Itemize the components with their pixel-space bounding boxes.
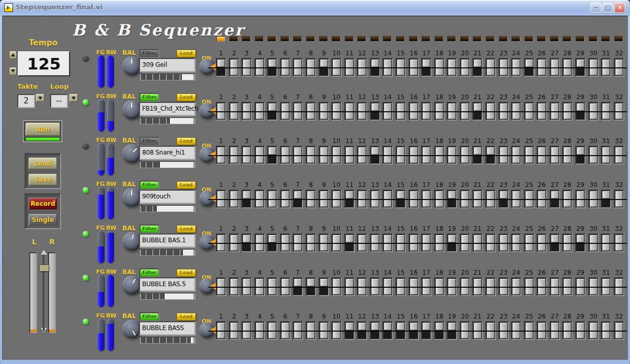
run-button[interactable]: Run	[26, 123, 60, 136]
pitch-slider[interactable]	[139, 293, 195, 300]
bal-knob[interactable]	[122, 276, 141, 295]
load-button[interactable]: Load	[29, 158, 57, 169]
sample-name-box[interactable]: 808 Snare_hi1	[139, 146, 195, 160]
sample-name-box[interactable]: 309 Geil	[139, 58, 195, 72]
tempo-label: Tempo	[29, 38, 57, 48]
on-knob[interactable]	[199, 234, 215, 250]
sample-load-button[interactable]: Load	[177, 225, 196, 233]
fg-slider[interactable]	[98, 231, 104, 263]
step-switch-handle	[577, 235, 584, 242]
pitch-slider[interactable]	[139, 161, 195, 168]
on-knob[interactable]	[199, 147, 215, 162]
filter-button[interactable]: Filter	[139, 225, 159, 233]
step-number: 9	[318, 93, 330, 101]
close-button[interactable]: ✕	[614, 3, 625, 13]
save-button[interactable]: Save	[29, 174, 57, 185]
on-knob[interactable]	[199, 59, 215, 75]
bw-slider[interactable]	[107, 143, 114, 175]
fg-slider[interactable]	[98, 55, 104, 88]
loop-select[interactable]: --	[50, 94, 68, 108]
filter-button[interactable]: Filter	[139, 312, 159, 321]
sample-name-box[interactable]: BUBBLE BAS.5	[139, 277, 195, 291]
filter-button[interactable]: Filter	[139, 137, 159, 146]
step-switch-handle	[577, 60, 584, 67]
record-button[interactable]: Record	[29, 198, 57, 209]
pitch-slider[interactable]	[139, 118, 195, 124]
bal-knob[interactable]	[122, 100, 141, 119]
step-number: 7	[291, 225, 304, 232]
step-number: 22	[484, 225, 497, 232]
step-number: 10	[330, 313, 343, 320]
step-number: 12	[356, 137, 368, 145]
tempo-display[interactable]: 125	[18, 51, 70, 76]
pitch-slider[interactable]	[139, 205, 195, 212]
filter-button[interactable]: Filter	[139, 49, 159, 58]
sample-name-box[interactable]: 909touch	[139, 190, 195, 204]
bal-knob[interactable]	[122, 232, 141, 251]
pitch-slider[interactable]	[139, 249, 195, 256]
bw-slider[interactable]	[107, 319, 114, 351]
sample-load-button[interactable]: Load	[177, 181, 196, 189]
fg-slider[interactable]	[98, 187, 104, 219]
bw-slider[interactable]	[107, 275, 114, 307]
bw-slider[interactable]	[107, 187, 114, 219]
filter-button[interactable]: Filter	[139, 268, 159, 277]
sample-load-button[interactable]: Load	[177, 313, 196, 321]
step-number: 10	[330, 93, 343, 101]
bal-knob[interactable]	[122, 188, 141, 207]
fg-slider[interactable]	[98, 143, 104, 175]
loop-dropdown-button[interactable]	[69, 94, 78, 102]
filter-button[interactable]: Filter	[139, 181, 159, 190]
balance-slider-handle[interactable]	[39, 265, 49, 272]
pitch-slider[interactable]	[139, 337, 195, 344]
sample-name-box[interactable]: FB19_Chd_XtcTech	[139, 102, 195, 116]
on-knob[interactable]	[199, 191, 215, 206]
step-number: 26	[535, 137, 548, 145]
step-number: 28	[561, 225, 574, 232]
on-knob[interactable]	[199, 103, 215, 119]
on-knob[interactable]	[199, 322, 215, 338]
step-number: 6	[279, 181, 291, 189]
step-number: 3	[240, 93, 253, 101]
step-number: 15	[394, 93, 407, 101]
pitch-slider[interactable]	[139, 74, 195, 80]
step-switch-handle	[602, 191, 610, 198]
sample-name-box[interactable]: BUBBLE BASS	[139, 321, 195, 335]
step-number: 26	[535, 181, 548, 189]
sample-load-button[interactable]: Load	[177, 93, 196, 101]
step-number: 24	[510, 93, 522, 101]
step-number: 14	[381, 225, 394, 232]
fg-slider[interactable]	[98, 275, 104, 307]
tempo-increment-button[interactable]	[9, 51, 17, 59]
step-number: 20	[459, 137, 471, 145]
tempo-decrement-button[interactable]	[9, 67, 17, 75]
bal-knob[interactable]	[122, 144, 141, 163]
step-number: 14	[381, 50, 394, 57]
minimize-button[interactable]: ─	[590, 3, 601, 13]
step-number: 15	[394, 269, 407, 276]
takte-label: Takte	[17, 83, 38, 90]
sample-name-box[interactable]: BUBBLE BAS.1	[139, 233, 195, 248]
fg-slider[interactable]	[98, 99, 104, 132]
step-number: 27	[549, 50, 561, 57]
on-knob[interactable]	[199, 278, 215, 294]
step-number: 8	[305, 225, 317, 232]
bal-knob[interactable]	[122, 56, 141, 75]
bw-slider[interactable]	[107, 55, 114, 88]
fg-slider[interactable]	[98, 319, 104, 351]
bw-slider-fill	[107, 275, 114, 307]
sample-load-button[interactable]: Load	[177, 50, 196, 57]
filter-button[interactable]: Filter	[139, 93, 159, 102]
step-number: 23	[497, 50, 510, 57]
bw-slider[interactable]	[107, 231, 114, 263]
step-number: 8	[305, 50, 317, 57]
bal-knob[interactable]	[122, 320, 141, 338]
sample-load-button[interactable]: Load	[177, 137, 196, 145]
step-number: 11	[343, 269, 356, 276]
takte-dropdown-button[interactable]	[36, 94, 44, 102]
takte-select[interactable]: 2	[17, 94, 35, 108]
sample-load-button[interactable]: Load	[177, 269, 196, 277]
maximize-button[interactable]: ▢	[602, 3, 613, 13]
bw-slider[interactable]	[107, 99, 114, 132]
single-button[interactable]: Single	[29, 214, 57, 226]
